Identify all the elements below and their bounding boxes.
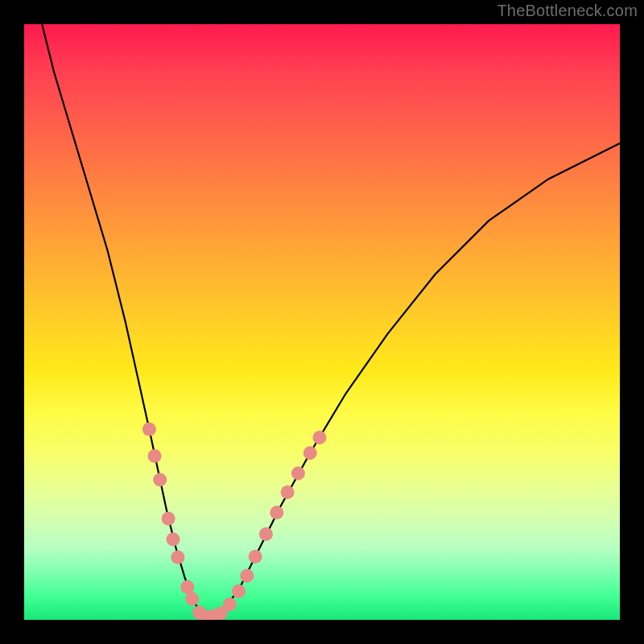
curve-marker (303, 446, 317, 460)
curve-marker (259, 527, 273, 541)
curve-marker (185, 592, 199, 606)
curve-marker (180, 580, 194, 594)
curve-marker (223, 597, 237, 611)
curve-marker (270, 506, 283, 519)
curve-marker (249, 550, 262, 564)
curve-marker (162, 512, 175, 526)
curve-marker (313, 431, 327, 444)
curve-marker (171, 551, 184, 564)
curve-marker (291, 467, 305, 481)
watermark-text: TheBottleneck.com (497, 2, 638, 20)
bottleneck-curve (42, 24, 620, 618)
curve-marker (153, 473, 167, 487)
curve-marker (142, 423, 156, 436)
curve-markers (142, 423, 327, 620)
chart-svg (24, 24, 620, 620)
curve-marker (240, 569, 254, 583)
chart-plot-area (24, 24, 620, 620)
curve-marker (281, 485, 295, 499)
curve-marker (232, 584, 246, 598)
curve-marker (148, 449, 162, 463)
curve-marker (167, 533, 180, 547)
